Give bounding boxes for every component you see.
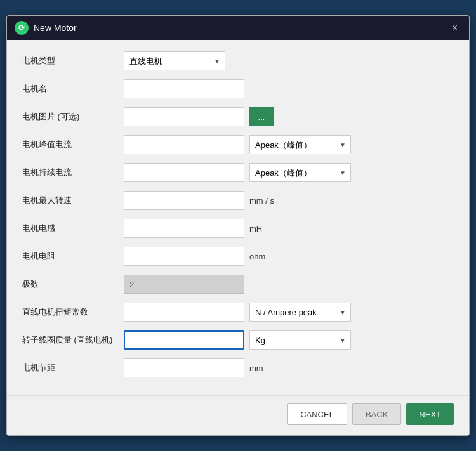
resistance-label: 电机电阻 [22,251,124,262]
motor-name-label: 电机名 [22,83,124,95]
pole-pairs-row: 极数 [22,273,454,295]
peak-current-label: 电机峰值电流 [22,139,124,150]
torque-const-input[interactable] [124,303,244,322]
torque-const-row: 直线电机扭矩常数 N / Ampere peak N / Ampere rms … [22,301,454,323]
torque-const-unit-select[interactable]: N / Ampere peak N / Ampere rms [249,303,351,322]
torque-const-label: 直线电机扭矩常数 [22,306,124,318]
pole-pitch-input[interactable] [124,358,244,377]
max-speed-control: mm / s [124,191,454,210]
motor-type-row: 电机类型 直线电机 旋转电机 ▼ [22,50,454,72]
inductance-control: mH [124,219,454,238]
motor-image-row: 电机图片 (可选) ... [22,106,454,127]
pole-pitch-row: 电机节距 mm [22,357,454,379]
inductance-unit: mH [249,224,262,233]
peak-current-control: Apeak（峰值） Arms（有效值） ▼ [124,135,454,154]
cont-current-unit-select[interactable]: Apeak（峰值） Arms（有效值） [249,163,351,182]
coil-mass-label: 转子线圈质量 (直线电机) [22,334,124,346]
back-button[interactable]: BACK [352,403,401,425]
resistance-control: ohm [124,247,454,266]
motor-type-control: 直线电机 旋转电机 ▼ [124,51,454,70]
resistance-input[interactable] [124,247,244,266]
cont-current-control: Apeak（峰值） Arms（有效值） ▼ [124,163,454,182]
peak-current-unit-select[interactable]: Apeak（峰值） Arms（有效值） [249,135,351,154]
torque-const-unit-wrapper: N / Ampere peak N / Ampere rms ▼ [249,303,351,322]
resistance-row: 电机电阻 ohm [22,245,454,267]
title-bar: ⟳ New Motor × [7,16,469,40]
peak-current-input[interactable] [124,135,244,154]
inductance-input[interactable] [124,219,244,238]
peak-current-row: 电机峰值电流 Apeak（峰值） Arms（有效值） ▼ [22,134,454,155]
cancel-button[interactable]: CANCEL [287,403,347,425]
app-icon: ⟳ [15,21,29,35]
resistance-unit: ohm [249,252,265,261]
cont-current-input[interactable] [124,163,244,182]
close-button[interactable]: × [448,22,461,34]
inductance-label: 电机电感 [22,223,124,234]
motor-name-control [124,79,454,98]
motor-type-label: 电机类型 [22,55,124,67]
max-speed-row: 电机最大转速 mm / s [22,190,454,211]
motor-image-control: ... [124,107,454,126]
cont-current-label: 电机持续电流 [22,167,124,178]
cont-current-row: 电机持续电流 Apeak（峰值） Arms（有效值） ▼ [22,162,454,183]
pole-pitch-control: mm [124,358,454,377]
cont-current-unit-wrapper: Apeak（峰值） Arms（有效值） ▼ [249,163,351,182]
new-motor-dialog: ⟳ New Motor × 电机类型 直线电机 旋转电机 ▼ 电机名 [6,15,470,436]
pole-pairs-label: 极数 [22,278,124,290]
max-speed-input[interactable] [124,191,244,210]
max-speed-unit: mm / s [249,196,274,206]
motor-name-row: 电机名 [22,78,454,100]
pole-pairs-input[interactable] [124,275,244,294]
pole-pitch-label: 电机节距 [22,362,124,374]
dialog-title: New Motor [34,23,77,33]
coil-mass-row: 转子线圈质量 (直线电机) Kg g lb ▼ [22,329,454,351]
motor-image-label: 电机图片 (可选) [22,111,124,122]
motor-image-input[interactable] [124,107,244,126]
motor-type-select[interactable]: 直线电机 旋转电机 [124,51,225,70]
coil-mass-unit-select[interactable]: Kg g lb [249,330,351,350]
coil-mass-input[interactable] [124,330,244,350]
inductance-row: 电机电感 mH [22,218,454,239]
title-bar-left: ⟳ New Motor [15,21,77,35]
dialog-body: 电机类型 直线电机 旋转电机 ▼ 电机名 电机图片 (可选) [7,40,469,395]
dialog-footer: CANCEL BACK NEXT [7,395,469,435]
motor-name-input[interactable] [124,79,244,98]
browse-button[interactable]: ... [249,107,274,126]
pole-pitch-unit: mm [249,363,263,373]
pole-pairs-control [124,275,454,294]
next-button[interactable]: NEXT [406,403,454,425]
coil-mass-control: Kg g lb ▼ [124,330,454,350]
torque-const-control: N / Ampere peak N / Ampere rms ▼ [124,303,454,322]
max-speed-label: 电机最大转速 [22,195,124,206]
coil-mass-unit-wrapper: Kg g lb ▼ [249,330,351,350]
peak-current-unit-wrapper: Apeak（峰值） Arms（有效值） ▼ [249,135,351,154]
motor-type-select-wrapper: 直线电机 旋转电机 ▼ [124,51,225,70]
